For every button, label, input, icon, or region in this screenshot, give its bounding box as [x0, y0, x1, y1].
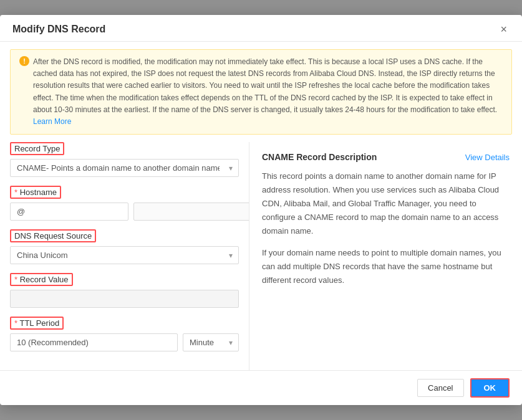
desc-paragraph-2: If your domain name needs to point to mu… — [262, 246, 510, 287]
view-details-link[interactable]: View Details — [465, 153, 510, 162]
ok-button[interactable]: OK — [470, 378, 510, 398]
record-type-select-wrapper: CNAME- Points a domain name to another d… — [10, 159, 239, 177]
right-panel: CNAME Record Description View Details Th… — [249, 142, 522, 370]
record-value-group: * Record Value — [10, 273, 239, 308]
left-panel: Record Type CNAME- Points a domain name … — [0, 142, 249, 370]
record-value-required-star: * — [14, 275, 17, 284]
ttl-label: * TTL Period — [10, 317, 239, 330]
record-type-select[interactable]: CNAME- Points a domain name to another d… — [10, 159, 239, 177]
dns-source-label: DNS Request Source — [10, 229, 239, 242]
hostname-group: * Hostname — [10, 186, 239, 221]
record-value-label-text: * Record Value — [10, 273, 73, 286]
ttl-input[interactable] — [10, 333, 178, 351]
modal-title: Modify DNS Record — [12, 24, 105, 35]
hostname-label-inner: Hostname — [20, 188, 57, 197]
dns-source-label-text: DNS Request Source — [10, 229, 96, 242]
hostname-label-text: * Hostname — [10, 186, 61, 199]
desc-title: CNAME Record Description — [262, 152, 377, 162]
cancel-button[interactable]: Cancel — [417, 379, 463, 397]
record-type-label-text: Record Type — [10, 142, 64, 155]
hostname-domain — [133, 203, 249, 221]
hostname-required-star: * — [14, 188, 17, 197]
hostname-input[interactable] — [10, 203, 128, 221]
learn-more-link[interactable]: Learn More — [33, 117, 71, 126]
hostname-row — [10, 203, 239, 221]
record-value-input[interactable] — [10, 290, 239, 308]
dns-source-select[interactable]: China Unicom — [10, 246, 239, 264]
warning-banner: ! After the DNS record is modified, the … — [10, 49, 512, 135]
modal-content: Record Type CNAME- Points a domain name … — [0, 142, 522, 370]
modal-overlay: Modify DNS Record × ! After the DNS reco… — [0, 0, 522, 420]
modal: Modify DNS Record × ! After the DNS reco… — [0, 15, 522, 405]
ttl-label-text: * TTL Period — [10, 317, 64, 330]
desc-paragraph-1: This record points a domain name to anot… — [262, 169, 510, 238]
record-value-label-inner: Record Value — [20, 275, 69, 284]
modal-header: Modify DNS Record × — [0, 15, 522, 42]
desc-header: CNAME Record Description View Details — [262, 152, 510, 162]
modal-footer: Cancel OK — [0, 370, 522, 405]
warning-text: After the DNS record is modified, the mo… — [33, 57, 497, 114]
ttl-group: * TTL Period Minute — [10, 317, 239, 351]
warning-icon: ! — [19, 56, 29, 66]
ttl-row: Minute — [10, 333, 239, 351]
close-button[interactable]: × — [498, 24, 510, 35]
ttl-unit-select[interactable]: Minute — [183, 333, 239, 351]
record-type-label: Record Type — [10, 142, 239, 155]
hostname-label: * Hostname — [10, 186, 239, 199]
record-type-group: Record Type CNAME- Points a domain name … — [10, 142, 239, 177]
ttl-required-star: * — [14, 318, 17, 328]
dns-source-select-wrapper: China Unicom — [10, 246, 239, 264]
ttl-label-inner: TTL Period — [19, 318, 59, 328]
ttl-unit-wrapper: Minute — [183, 333, 239, 351]
dns-source-group: DNS Request Source China Unicom — [10, 229, 239, 264]
record-value-label: * Record Value — [10, 273, 239, 286]
